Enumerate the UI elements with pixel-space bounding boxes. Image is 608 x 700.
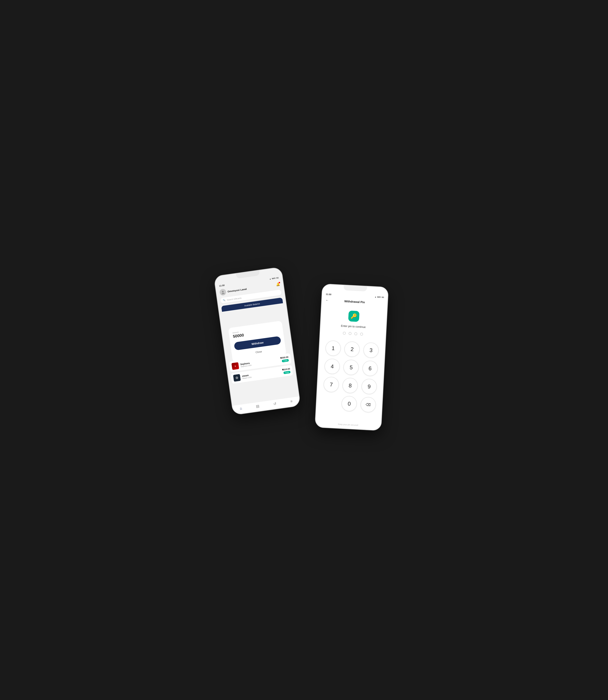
pin-dot-1	[343, 332, 346, 335]
nav-history[interactable]: ↺	[273, 401, 277, 406]
nav-wallet[interactable]: ▤	[256, 404, 260, 409]
pin-subtitle: Enter pin to continue	[321, 323, 386, 330]
steam-amount: ₦310.00	[282, 367, 290, 371]
key-6[interactable]: 6	[362, 360, 378, 376]
key-0[interactable]: 0	[341, 396, 357, 412]
keypad-row-4: 0 ⌫	[320, 395, 378, 413]
network-right-icon: 5G	[382, 296, 384, 298]
keypad-row-1: 1 2 3	[323, 340, 381, 358]
pin-dot-2	[348, 332, 352, 335]
key-4[interactable]: 4	[324, 358, 340, 374]
keypad: 1 2 3 4 5 6 7 8 9 0 ⌫	[316, 340, 385, 422]
phone-left: 11:50 ▲ WiFi 5G Omotoyosi Lawal	[214, 267, 301, 415]
key-2[interactable]: 2	[344, 341, 360, 357]
search-placeholder: Search Giftcards	[227, 297, 242, 301]
sephora-trade-badge: Trade	[282, 359, 289, 362]
balance-label: Available Balance	[244, 302, 260, 307]
wifi-icon: WiFi	[272, 277, 276, 280]
notification-dot	[279, 282, 280, 283]
scene: 11:50 ▲ WiFi 5G Omotoyosi Lawal	[223, 260, 385, 440]
pin-icon-container: 🔑	[321, 309, 387, 323]
pin-dots	[320, 330, 386, 337]
pin-icon: 🔑	[348, 310, 359, 322]
signal-right-icon: ▲	[375, 296, 376, 298]
notification-bell[interactable]: 🔔	[276, 282, 280, 287]
key-delete[interactable]: ⌫	[360, 397, 376, 413]
status-icons-right: ▲ WiFi 5G	[375, 296, 384, 298]
time-left: 11:50	[219, 284, 225, 287]
sephora-logo: S	[231, 362, 239, 370]
key-9[interactable]: 9	[361, 378, 377, 395]
giftcard-right-sephora: ₦350.00 Trade	[280, 356, 289, 363]
giftcard-left-steam: ⚙ steam Steam USA	[233, 373, 252, 382]
network-icon: 5G	[276, 277, 279, 279]
steam-trade-badge: Trade	[283, 371, 291, 374]
key-empty	[322, 395, 338, 411]
user-name: Omotoyosi Lawal	[227, 287, 247, 293]
phone-right: 11:50 ▲ WiFi 5G ← Withdrawal Pin 🔑 Enter…	[315, 284, 388, 431]
time-right: 11:50	[326, 293, 331, 296]
giftcard-info-sephora: Sephora Sephora USA	[240, 361, 252, 367]
nav-home[interactable]: ⌂	[240, 406, 242, 411]
sephora-amount: ₦350.00	[280, 356, 288, 359]
status-icons-left: ▲ WiFi 5G	[269, 277, 279, 280]
svg-point-0	[222, 290, 224, 292]
avatar	[219, 289, 227, 296]
search-icon: 🔍	[223, 299, 226, 302]
signal-icon: ▲	[269, 278, 271, 280]
pin-title: Withdrawal Pin	[344, 300, 365, 304]
keypad-row-3: 7 8 9	[321, 376, 379, 395]
pin-dot-3	[354, 333, 357, 336]
svg-point-1	[222, 293, 225, 295]
nav-menu[interactable]: ≡	[290, 399, 293, 404]
phone-right-screen: 11:50 ▲ WiFi 5G ← Withdrawal Pin 🔑 Enter…	[315, 284, 388, 430]
pin-dot-4	[360, 333, 363, 336]
key-1[interactable]: 1	[325, 340, 341, 356]
key-3[interactable]: 3	[363, 342, 379, 358]
bottom-nav: ⌂ ▤ ↺ ≡	[232, 396, 300, 415]
phone-left-screen: 11:50 ▲ WiFi 5G Omotoyosi Lawal	[214, 267, 300, 415]
key-5[interactable]: 5	[343, 359, 359, 375]
steam-logo: ⚙	[233, 374, 241, 382]
key-7[interactable]: 7	[323, 376, 339, 393]
giftcard-left-sephora: S Sephora Sephora USA	[231, 360, 252, 370]
back-button[interactable]: ←	[325, 298, 329, 302]
key-8[interactable]: 8	[342, 378, 358, 394]
keypad-row-2: 4 5 6	[322, 358, 380, 376]
giftcard-info-steam: steam Steam USA	[242, 373, 252, 379]
wifi-right-icon: WiFi	[377, 296, 381, 298]
giftcard-right-steam: ₦310.00 Trade	[282, 367, 291, 374]
